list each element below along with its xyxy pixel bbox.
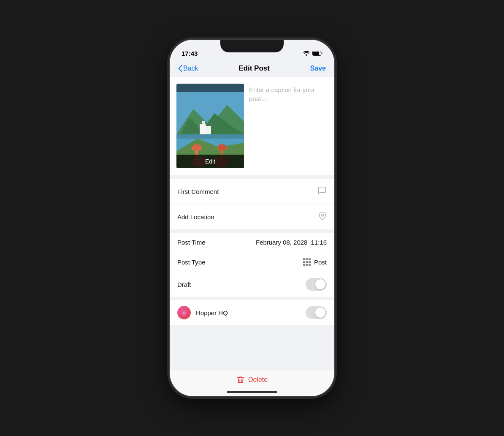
delete-button[interactable]: Delete bbox=[236, 375, 268, 384]
battery-icon bbox=[312, 51, 322, 56]
delete-label: Delete bbox=[248, 376, 268, 384]
first-comment-label: First Comment bbox=[177, 188, 219, 195]
toggle-thumb bbox=[315, 279, 325, 289]
post-type-text: Post bbox=[314, 259, 327, 266]
settings-card: Post Time February 08, 2028 11:16 Post T… bbox=[170, 233, 334, 297]
caption-field[interactable]: Enter a caption for your post... bbox=[249, 84, 328, 168]
hopper-row[interactable]: H Hopper HQ bbox=[170, 300, 334, 325]
hopper-toggle-thumb bbox=[315, 308, 325, 318]
caption-placeholder: Enter a caption for your post... bbox=[249, 86, 315, 102]
svg-rect-8 bbox=[202, 121, 205, 125]
back-label: Back bbox=[183, 65, 198, 72]
add-location-row[interactable]: Add Location bbox=[170, 204, 334, 229]
draft-toggle[interactable] bbox=[306, 278, 327, 291]
status-icons bbox=[303, 51, 322, 56]
first-comment-row[interactable]: First Comment bbox=[170, 179, 334, 204]
location-icon bbox=[318, 211, 327, 223]
nav-bar: Back Edit Post Save bbox=[170, 61, 334, 77]
post-type-row[interactable]: Post Type Post bbox=[170, 252, 334, 272]
save-button[interactable]: Save bbox=[310, 65, 326, 72]
page-title: Edit Post bbox=[238, 64, 270, 73]
post-time-label: Post Time bbox=[177, 239, 206, 246]
svg-rect-9 bbox=[206, 126, 211, 134]
post-time-value: February 08, 2028 11:16 bbox=[256, 239, 327, 246]
svg-point-18 bbox=[218, 144, 226, 150]
options-card: First Comment Add Location bbox=[170, 179, 334, 229]
svg-point-15 bbox=[192, 144, 201, 150]
add-location-label: Add Location bbox=[177, 213, 214, 221]
post-time-hour: 11:16 bbox=[311, 239, 327, 246]
status-time: 17:43 bbox=[182, 50, 198, 57]
draft-row: Draft bbox=[170, 272, 334, 297]
trash-icon bbox=[236, 375, 245, 384]
edit-image-button[interactable]: Edit bbox=[176, 155, 244, 168]
svg-rect-1 bbox=[313, 52, 319, 55]
draft-label: Draft bbox=[177, 281, 191, 288]
hopper-avatar: H bbox=[177, 306, 191, 319]
svg-rect-7 bbox=[200, 124, 206, 134]
svg-point-19 bbox=[322, 214, 324, 216]
hopper-toggle[interactable] bbox=[306, 306, 327, 319]
content-area: Edit Enter a caption for your post... Fi… bbox=[170, 77, 334, 359]
post-type-value: Post bbox=[303, 258, 327, 266]
hopper-label: Hopper HQ bbox=[196, 309, 306, 316]
post-time-row[interactable]: Post Time February 08, 2028 11:16 bbox=[170, 233, 334, 252]
post-image-container: Edit bbox=[176, 84, 244, 168]
back-button[interactable]: Back bbox=[178, 65, 198, 72]
grid-icon bbox=[303, 258, 311, 266]
post-edit-area: Edit Enter a caption for your post... bbox=[170, 77, 334, 175]
svg-text:H: H bbox=[183, 311, 186, 315]
comment-icon bbox=[317, 186, 327, 197]
post-time-date: February 08, 2028 bbox=[256, 239, 308, 246]
home-indicator bbox=[227, 391, 277, 393]
wifi-icon bbox=[303, 51, 310, 56]
post-type-label: Post Type bbox=[177, 259, 205, 266]
